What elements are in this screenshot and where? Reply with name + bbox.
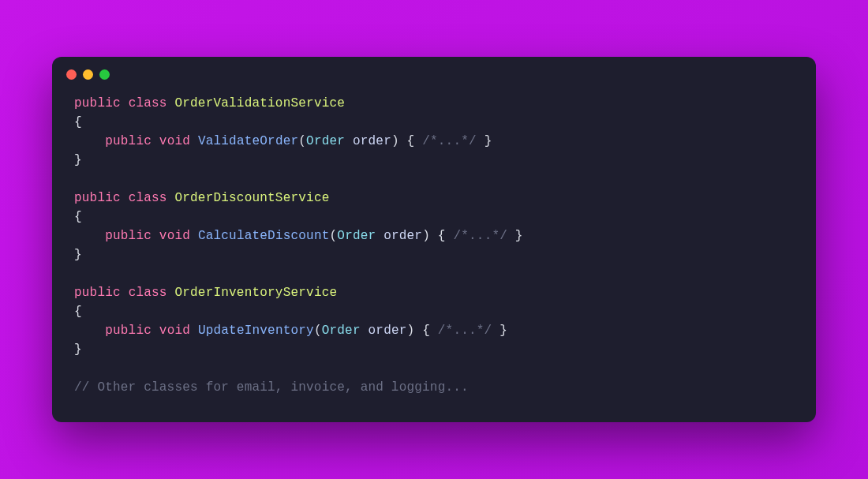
code-content: public class OrderValidationService{ pub…	[52, 86, 816, 422]
code-line: public void CalculateDiscount(Order orde…	[74, 226, 794, 245]
code-window: public class OrderValidationService{ pub…	[52, 57, 816, 422]
trailing-comment: // Other classes for email, invoice, and…	[74, 380, 469, 395]
code-line: public void UpdateInventory(Order order)…	[74, 321, 794, 340]
maximize-icon[interactable]	[99, 69, 110, 80]
code-line: public void ValidateOrder(Order order) {…	[74, 132, 794, 151]
code-line: {	[74, 302, 794, 321]
code-line	[74, 359, 794, 378]
titlebar	[52, 57, 816, 86]
close-icon[interactable]	[66, 69, 77, 80]
code-line: public class OrderDiscountService	[74, 189, 794, 208]
code-line: {	[74, 208, 794, 226]
code-line	[74, 170, 794, 189]
code-line: }	[74, 245, 794, 264]
code-line: }	[74, 151, 794, 170]
code-line	[74, 264, 794, 283]
code-line: public class OrderInventoryService	[74, 283, 794, 302]
minimize-icon[interactable]	[83, 69, 93, 80]
code-line: public class OrderValidationService	[74, 94, 794, 113]
code-line: // Other classes for email, invoice, and…	[74, 378, 794, 397]
code-line: {	[74, 113, 794, 132]
code-line: }	[74, 340, 794, 359]
